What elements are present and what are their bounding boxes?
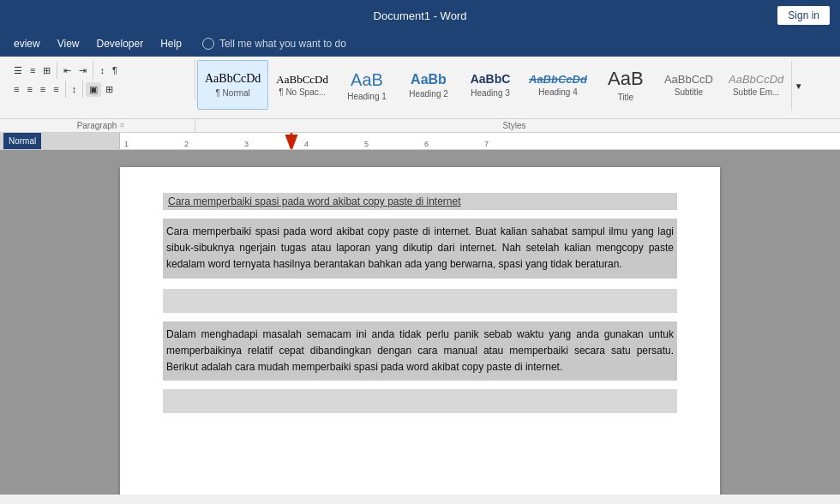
style-preview-nospace: AaBbCcDd — [276, 73, 328, 87]
multilevel-list-btn[interactable]: ⊞ — [39, 63, 54, 78]
menu-review[interactable]: eview — [7, 34, 47, 53]
doc-paragraph-2: Dalam menghadapi masalah semacam ini and… — [163, 321, 677, 381]
style-preview-h1: AaB — [351, 69, 383, 90]
doc-bottom-line — [163, 389, 677, 413]
style-item-title[interactable]: AaBTitle — [595, 60, 657, 110]
menu-view[interactable]: View — [51, 34, 87, 53]
doc-empty-line — [163, 289, 677, 313]
ruler: Normal 1 2 3 4 5 6 7 — [0, 133, 840, 150]
style-preview-subtle: AaBbCcDd — [729, 73, 783, 87]
styles-ribbon: AaBbCcDd¶ NormalAaBbCcDd¶ No Spac...AaBH… — [197, 60, 833, 111]
ribbon: ☰ ≡ ⊞ ⇤ ⇥ ↕ ¶ ≡ ≡ ≡ ≡ ↕ ▣ ⊞ — [0, 57, 840, 119]
align-right-btn[interactable]: ≡ — [37, 82, 49, 96]
show-paragraph-btn[interactable]: ¶ — [109, 63, 121, 77]
style-preview-h2: AaBb — [411, 71, 447, 87]
style-name-title: Title — [618, 93, 634, 102]
sort-btn[interactable]: ↕ — [96, 63, 108, 77]
menu-bar: eview View Developer Help Tell me what y… — [0, 31, 840, 57]
styles-group-label: Styles — [502, 121, 525, 130]
search-box[interactable]: Tell me what you want to do — [202, 38, 346, 50]
styles-more-btn[interactable]: ▼ — [791, 60, 805, 111]
menu-developer[interactable]: Developer — [89, 34, 150, 53]
style-item-h3[interactable]: AaBbCHeading 3 — [459, 60, 521, 110]
style-item-h2[interactable]: AaBbHeading 2 — [398, 60, 459, 110]
style-item-normal[interactable]: AaBbCcDd¶ Normal — [197, 60, 268, 110]
style-item-subtle[interactable]: AaBbCcDdSubtle Em... — [721, 60, 791, 110]
search-icon — [202, 38, 214, 50]
menu-help[interactable]: Help — [153, 34, 189, 53]
style-preview-h4: AaBbCcDd — [529, 73, 587, 87]
line-spacing-btn[interactable]: ↕ — [69, 82, 81, 96]
style-name-normal: ¶ Normal — [215, 88, 249, 98]
style-preview-normal: AaBbCcDd — [205, 72, 261, 87]
align-center-btn[interactable]: ≡ — [23, 82, 35, 96]
justify-btn[interactable]: ≡ — [50, 82, 62, 96]
document-area: Cara memperbaiki spasi pada word akibat … — [0, 150, 840, 495]
style-name-h1: Heading 1 — [347, 92, 387, 101]
doc-title-line: Cara memperbaiki spasi pada word akibat … — [163, 193, 677, 210]
style-name-h4: Heading 4 — [538, 87, 578, 97]
align-left-btn[interactable]: ≡ — [10, 82, 22, 96]
style-item-nospace[interactable]: AaBbCcDd¶ No Spac... — [268, 60, 336, 110]
title-text: Document1 - Word — [374, 9, 467, 22]
list-numbered-btn[interactable]: ≡ — [27, 63, 39, 77]
indent-decrease-btn[interactable]: ⇤ — [60, 63, 75, 78]
sign-in-button[interactable]: Sign in — [777, 6, 830, 25]
style-name-subtitle: Subtitle — [675, 87, 703, 97]
style-item-h1[interactable]: AaBHeading 1 — [336, 60, 398, 110]
para1-text: Cara memperbaiki spasi pada word akibat … — [166, 225, 674, 270]
doc-page: Cara memperbaiki spasi pada word akibat … — [120, 167, 720, 495]
paragraph-group-label: Paragraph — [77, 121, 117, 130]
style-name-h3: Heading 3 — [471, 88, 510, 98]
para2-text: Dalam menghadapi masalah semacam ini and… — [166, 328, 674, 373]
doc-paragraph-1: Cara memperbaiki spasi pada word akibat … — [163, 219, 677, 279]
ribbon-labels: Paragraph ⌗ Styles — [0, 119, 840, 133]
style-name-nospace: ¶ No Spac... — [279, 87, 326, 97]
search-text: Tell me what you want to do — [219, 38, 346, 50]
style-item-h4[interactable]: AaBbCcDdHeading 4 — [521, 60, 595, 110]
style-preview-subtitle: AaBbCcD — [664, 73, 713, 87]
indent-increase-btn[interactable]: ⇥ — [75, 63, 90, 78]
normal-tag: Normal — [3, 133, 41, 149]
shading-btn[interactable]: ▣ — [86, 82, 101, 97]
list-bullet-btn[interactable]: ☰ — [10, 63, 26, 78]
style-name-subtle: Subtle Em... — [733, 87, 779, 97]
borders-btn[interactable]: ⊞ — [102, 82, 117, 97]
title-bar: Document1 - Word Sign in — [0, 0, 840, 31]
annotation-arrow — [266, 133, 317, 149]
style-item-subtitle[interactable]: AaBbCcDSubtitle — [657, 60, 721, 110]
style-preview-h3: AaBbC — [471, 72, 511, 87]
style-preview-title: AaB — [608, 68, 644, 90]
style-name-h2: Heading 2 — [409, 89, 448, 99]
